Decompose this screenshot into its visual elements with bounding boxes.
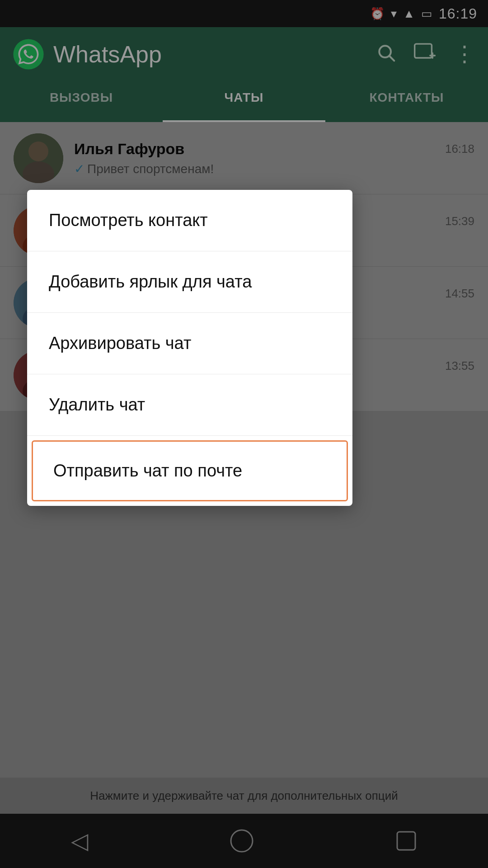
menu-item-archive-chat[interactable]: Архивировать чат bbox=[27, 313, 352, 374]
menu-item-email-chat[interactable]: Отправить чат по почте bbox=[32, 440, 348, 501]
menu-item-add-shortcut[interactable]: Добавить ярлык для чата bbox=[27, 251, 352, 313]
context-menu: Посмотреть контакт Добавить ярлык для ча… bbox=[27, 190, 352, 506]
menu-item-delete-chat[interactable]: Удалить чат bbox=[27, 374, 352, 436]
menu-item-view-contact[interactable]: Посмотреть контакт bbox=[27, 190, 352, 251]
